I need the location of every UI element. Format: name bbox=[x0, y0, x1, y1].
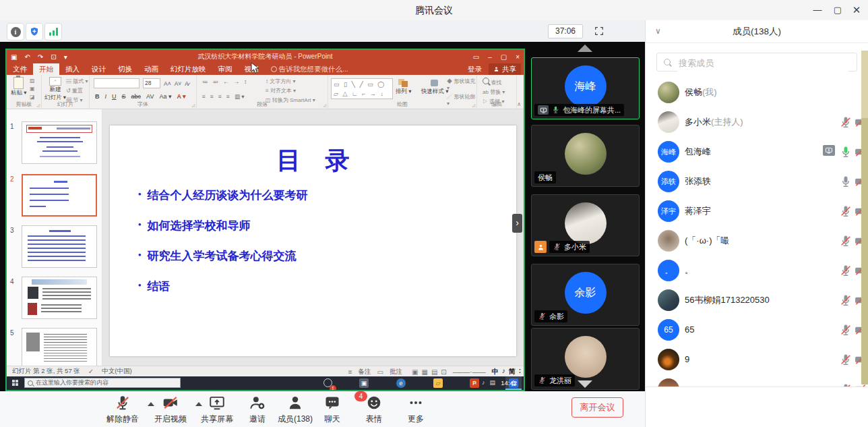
member-row[interactable]: 添轶张添轶 bbox=[646, 167, 868, 196]
member-row[interactable]: (「·ω·)「嘬 bbox=[646, 226, 868, 256]
underline-button[interactable]: U bbox=[112, 93, 117, 100]
quick-styles-button[interactable]: 快速样式 ▾ bbox=[421, 78, 449, 96]
arrange-button[interactable]: 排列 ▾ bbox=[396, 78, 412, 96]
shape-fill-button[interactable]: ◆ 形状填充 ▾ bbox=[447, 78, 476, 91]
member-row[interactable]: 9 bbox=[646, 345, 868, 374]
find-button[interactable]: 查找 bbox=[483, 78, 505, 86]
edge-browser-icon[interactable]: e bbox=[396, 378, 406, 388]
member-row[interactable] bbox=[646, 374, 868, 387]
maximize-button[interactable]: ▢ bbox=[828, 0, 848, 20]
new-slide-button[interactable]: *新建幻灯片 ▾ bbox=[44, 77, 66, 102]
ppt-tab-切换[interactable]: 切换 bbox=[112, 63, 138, 75]
start-slideshow-icon[interactable]: ⊡ bbox=[51, 53, 56, 61]
member-row[interactable]: 多小米(主持人) bbox=[646, 107, 868, 137]
ime-token[interactable]: 简 bbox=[509, 367, 516, 376]
ppt-signin-link[interactable]: 登录 bbox=[468, 65, 482, 74]
ppt-restore-icon[interactable]: ▢ bbox=[501, 53, 507, 61]
member-search-box[interactable] bbox=[656, 53, 857, 72]
align-text-button[interactable]: ≡ 对齐文本 ▾ bbox=[266, 87, 315, 94]
redo-icon[interactable]: ↷ bbox=[38, 53, 43, 61]
font-color-button[interactable]: A ▾ bbox=[177, 93, 185, 100]
toolbar-more-button[interactable]: 更多 bbox=[388, 395, 444, 425]
smartart-button[interactable]: ◫ 转换为 SmartArt ▾ bbox=[266, 96, 315, 104]
ppt-close-icon[interactable]: × bbox=[516, 53, 520, 61]
view-mode-icon[interactable]: ▤ bbox=[431, 368, 437, 376]
bullets-button[interactable]: ≔ bbox=[202, 78, 208, 85]
subscript-button[interactable]: abc bbox=[131, 93, 142, 100]
ppt-tell-me-box[interactable]: 告诉我您想要做什么... bbox=[265, 63, 354, 75]
close-button[interactable]: ✕ bbox=[846, 0, 867, 20]
scrollbar-thumb[interactable] bbox=[861, 51, 868, 118]
increase-indent-icon[interactable]: → bbox=[234, 78, 240, 85]
task-view-icon[interactable]: ▣ bbox=[359, 378, 369, 388]
collapse-ribbon-icon[interactable]: ∧ bbox=[517, 101, 521, 107]
video-tile-余影[interactable]: 余影余影 bbox=[531, 264, 640, 326]
meeting-info-icon[interactable]: i bbox=[7, 23, 24, 40]
ppt-tab-动画[interactable]: 动画 bbox=[138, 63, 164, 75]
clear-format-icon[interactable]: A̷ bbox=[185, 80, 189, 87]
language-indicator[interactable]: 中文(中国) bbox=[102, 367, 131, 376]
meeting-security-icon[interactable] bbox=[26, 23, 43, 40]
line-spacing-icon[interactable]: ↕ bbox=[244, 78, 247, 85]
view-mode-buttons[interactable]: ▣▦▤⊡ bbox=[408, 368, 447, 376]
ribbon-display-icon[interactable]: ▭ bbox=[473, 53, 479, 61]
strikethrough-button[interactable]: S bbox=[122, 93, 126, 100]
layout-button[interactable]: ▤ 版式 ▾ bbox=[66, 78, 88, 85]
spellcheck-icon[interactable]: ✓ bbox=[88, 368, 94, 375]
video-tile-侯畅[interactable]: 侯畅 bbox=[531, 125, 640, 187]
member-row[interactable]: 6565 bbox=[646, 315, 868, 345]
fullscreen-icon[interactable] bbox=[592, 24, 606, 38]
replace-button[interactable]: ab 替换 ▾ bbox=[483, 88, 505, 96]
member-row[interactable]: 泽宇蒋泽宇 bbox=[646, 196, 868, 226]
grow-font-icon[interactable]: A˄ bbox=[164, 80, 171, 87]
italic-button[interactable]: I bbox=[105, 93, 107, 100]
font-name-box[interactable] bbox=[94, 78, 140, 88]
view-mode-icon[interactable]: ▣ bbox=[412, 368, 418, 376]
font-size-box[interactable]: 28 bbox=[143, 78, 160, 88]
char-spacing-button[interactable]: AV bbox=[146, 93, 154, 100]
next-slide-button[interactable]: › bbox=[512, 214, 522, 233]
ime-token[interactable]: ♪ bbox=[502, 367, 505, 376]
member-row[interactable]: 。。 bbox=[646, 256, 868, 285]
slide-thumbnail-2[interactable] bbox=[22, 174, 97, 217]
ppt-minimize-icon[interactable]: – bbox=[488, 53, 492, 61]
network-quality-icon[interactable] bbox=[44, 23, 62, 40]
change-case-button[interactable]: Aa ▾ bbox=[159, 93, 171, 100]
video-tile-海峰[interactable]: 海峰包海峰的屏幕共... bbox=[531, 57, 640, 119]
numbering-button[interactable]: ≕ bbox=[213, 78, 219, 85]
ppt-share-button[interactable]: 共享 bbox=[489, 63, 521, 75]
reset-button[interactable]: ↺ 重置 bbox=[66, 87, 88, 94]
shapes-gallery[interactable]: ▭ ▯ ╲ ╱ ▭ ◯▱ △ ∟ ⌐ → ↓ bbox=[331, 78, 393, 99]
video-tile-多小米[interactable]: 多小米 bbox=[531, 194, 640, 256]
leave-meeting-button[interactable]: 离开会议 bbox=[571, 397, 623, 418]
ppt-tab-幻灯片放映[interactable]: 幻灯片放映 bbox=[164, 63, 212, 75]
decrease-indent-icon[interactable]: ← bbox=[223, 78, 229, 85]
slide-thumbnail-1[interactable] bbox=[22, 121, 97, 164]
text-direction-button[interactable]: ↕ 文字方向 ▾ bbox=[266, 78, 315, 85]
notes-toggle[interactable]: 备注 bbox=[359, 368, 371, 376]
align-right-icon[interactable]: ≡ bbox=[218, 93, 222, 100]
ppt-tab-开始[interactable]: 开始 bbox=[33, 63, 59, 75]
slide-thumbnail-5[interactable] bbox=[22, 328, 97, 366]
format-painter-icon[interactable]: ◪ bbox=[30, 94, 35, 100]
ppt-tab-插入[interactable]: 插入 bbox=[59, 63, 86, 75]
cut-icon[interactable]: ▨ bbox=[30, 78, 35, 84]
zoom-slider[interactable]: –——·—— bbox=[453, 368, 486, 376]
columns-icon[interactable]: ▥ ▾ bbox=[235, 93, 245, 100]
save-icon[interactable]: ▣ bbox=[11, 53, 17, 61]
windows-search-box[interactable]: 在这里输入你要搜索的内容 bbox=[24, 378, 181, 388]
qat-dropdown-icon[interactable]: ▾ bbox=[64, 53, 67, 61]
member-list-scrollbar[interactable] bbox=[861, 51, 868, 385]
undo-icon[interactable]: ↶ bbox=[24, 53, 30, 61]
bold-button[interactable]: B bbox=[95, 93, 100, 100]
member-row[interactable]: 56韦柳娟1713220530 bbox=[646, 285, 868, 315]
ppt-tab-文件[interactable]: 文件 bbox=[7, 63, 33, 75]
section-button[interactable]: ▦ 节 ▾ bbox=[66, 96, 88, 104]
align-left-icon[interactable]: ≡ bbox=[202, 93, 206, 100]
member-row[interactable]: 侯畅(我) bbox=[646, 78, 868, 107]
ime-token[interactable]: 中 bbox=[492, 367, 499, 376]
paste-button[interactable]: 粘贴 ▾ bbox=[11, 77, 27, 97]
slide-thumbnail-4[interactable] bbox=[22, 277, 97, 319]
shrink-font-icon[interactable]: A˅ bbox=[175, 80, 182, 87]
justify-icon[interactable]: ≡ bbox=[226, 93, 230, 100]
